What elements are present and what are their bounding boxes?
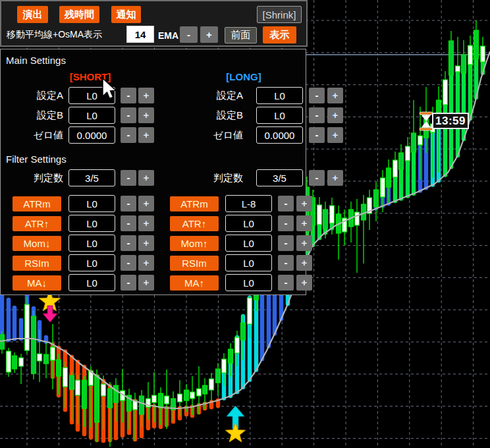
increment-button[interactable]: + [327,88,343,103]
long-column-header: [LONG] [220,71,267,82]
decrement-button[interactable]: - [121,255,136,271]
filter-row: ATRm L0 - + ATRm L-8 - + [1,195,312,212]
decrement-button[interactable]: - [278,215,294,231]
value-field[interactable]: L0 [225,254,272,271]
decrement-button[interactable]: - [121,107,136,123]
increment-button[interactable]: + [296,275,312,291]
decrement-button[interactable]: - [278,196,294,211]
decrement-button[interactable]: - [309,127,325,143]
filter-row: Mom↓ L0 - + Mom↑ L0 - + [1,235,312,252]
filter-toggle-button[interactable]: ATR↑ [13,216,61,231]
candle-body [203,385,207,394]
filter-row: RSIm L0 - + RSIm L0 - + [1,254,312,271]
filter-toggle-button[interactable]: Mom↑ [170,236,219,251]
filter-toggle-button[interactable]: RSIm [13,256,61,271]
show-button[interactable]: 表示 [263,26,296,43]
notify-button[interactable]: 通知 [111,6,141,23]
candle-body [355,212,360,225]
time-label: 13:59 [432,113,469,129]
decrement-button[interactable]: - [121,127,136,143]
increment-button[interactable]: + [138,275,154,291]
shrink-button[interactable]: [Shrink] [257,6,302,23]
indicator-toolbar: 演出 残時間 通知 [Shrink] 移動平均線+OsMA表示 EMA - + … [0,0,308,47]
decrement-button[interactable]: - [121,215,136,231]
increment-button[interactable]: + [138,255,154,271]
filter-toggle-button[interactable]: ATRm [170,196,219,211]
value-field[interactable]: L0 [68,274,115,291]
value-field[interactable]: L0 [68,254,115,271]
increment-button[interactable]: + [327,107,343,123]
remaining-time-button[interactable]: 残時間 [59,6,99,23]
value-field[interactable]: L0 [225,235,272,252]
decrement-button[interactable]: - [121,170,136,186]
increment-button[interactable]: + [138,107,154,123]
period-increment-button[interactable]: + [200,26,218,43]
value-field[interactable]: 0.0000 [256,126,303,144]
candle-body [241,323,246,340]
increment-button[interactable]: + [138,170,154,186]
increment-button[interactable]: + [138,215,154,231]
candle-body [481,46,485,62]
decrement-button[interactable]: - [278,235,294,251]
increment-button[interactable]: + [296,255,312,271]
filter-toggle-button[interactable]: Mom↓ [13,236,61,251]
field-label: ゼロ値 [196,129,243,142]
candle-body [323,210,328,229]
value-field[interactable]: L0 [256,87,303,104]
value-field[interactable]: L0 [68,235,115,252]
ma-display-label: 移動平均線+OsMA表示 [7,29,102,41]
decrement-button[interactable]: - [121,196,136,211]
ma-period-input[interactable] [126,26,154,43]
value-field[interactable]: L0 [68,195,115,212]
decrement-button[interactable]: - [121,235,136,251]
candle-body [317,205,322,225]
effect-button[interactable]: 演出 [17,6,48,23]
candle-body [387,168,391,187]
increment-button[interactable]: + [138,235,154,251]
decrement-button[interactable]: - [278,255,294,271]
increment-button[interactable]: + [327,127,343,143]
increment-button[interactable]: + [296,215,312,231]
candle-body [399,153,404,169]
candle-body [449,41,454,75]
decrement-button[interactable]: - [309,170,325,186]
value-field[interactable]: L0 [256,107,303,124]
candle-body [235,337,240,353]
filter-toggle-button[interactable]: MA↑ [170,275,219,291]
candle-body [95,376,99,422]
increment-button[interactable]: + [296,196,312,211]
setting-row: 設定B L0 - + 設定B L0 - + [1,107,343,124]
decrement-button[interactable]: - [278,275,294,291]
filter-toggle-button[interactable]: RSIm [170,256,219,271]
increment-button[interactable]: + [296,235,312,251]
decrement-button[interactable]: - [309,107,325,123]
period-decrement-button[interactable]: - [180,26,198,43]
value-field[interactable]: 3/5 [68,169,115,186]
value-field[interactable]: L-8 [225,195,272,212]
bring-to-front-button[interactable]: 前面 [225,27,257,43]
filter-toggle-button[interactable]: ATRm [13,196,61,211]
candle-body [178,394,182,402]
candle-body [462,55,466,73]
value-field[interactable]: L0 [68,215,115,232]
value-field[interactable]: L0 [68,107,115,124]
candle-body [197,389,202,396]
filter-toggle-button[interactable]: ATR↑ [170,216,219,231]
value-field[interactable]: 3/5 [256,169,303,186]
increment-button[interactable]: + [327,170,343,186]
filter-toggle-button[interactable]: MA↓ [13,275,61,291]
value-field[interactable]: 0.0000 [68,126,115,144]
increment-button[interactable]: + [138,88,154,103]
candle-body [114,385,119,403]
value-field[interactable]: L0 [225,274,272,291]
setting-row: ゼロ値 0.0000 - + ゼロ値 0.0000 - + [1,126,343,144]
decrement-button[interactable]: - [121,88,136,103]
candle-body [0,335,5,349]
value-field[interactable]: L0 [225,215,272,232]
candle-body [70,376,74,389]
decrement-button[interactable]: - [309,88,325,103]
decrement-button[interactable]: - [121,275,136,291]
candle-body [44,354,49,364]
increment-button[interactable]: + [138,127,154,143]
increment-button[interactable]: + [138,196,154,211]
